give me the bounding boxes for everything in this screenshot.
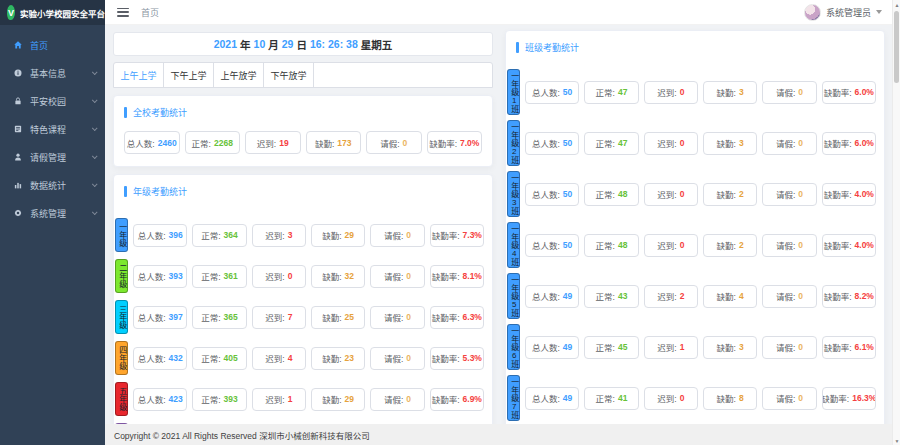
stat-label: 缺勤率:: [432, 270, 460, 282]
stat-label: 缺勤率:: [824, 86, 852, 98]
stat-label: 总人数:: [138, 311, 166, 323]
vertical-scrollbar[interactable]: ▲ ▼: [892, 0, 900, 445]
logo: V 实验小学校园安全平台: [0, 0, 105, 25]
stat-value: 0: [680, 189, 685, 199]
stat-value: 49: [563, 393, 572, 403]
stat-value: 50: [563, 138, 572, 148]
stat-value: 2: [739, 240, 744, 250]
stat-normal: 正常:45: [584, 336, 638, 359]
tab-morning-dismissal[interactable]: 上午放学: [214, 63, 264, 87]
stat-late: 迟到:0: [644, 132, 698, 155]
title-accent-bar: [124, 107, 127, 118]
sidebar-item-basic-info[interactable]: 基本信息: [0, 59, 105, 87]
stat-normal: 正常:405: [192, 347, 246, 370]
stat-label: 正常:: [596, 86, 615, 98]
stat-value: 48: [618, 240, 627, 250]
stat-rate: 缺勤率:4.0%: [822, 234, 876, 257]
sidebar-item-safe-campus[interactable]: 平安校园: [0, 87, 105, 115]
stat-value: 397: [169, 312, 183, 322]
stat-late: 迟到:0: [644, 387, 698, 410]
stat-value: 6.0%: [855, 87, 874, 97]
stat-late: 迟到:3: [252, 224, 306, 247]
grade-row: 一年级总人数:396正常:364迟到:3缺勤:29请假:0缺勤率:7.3%: [115, 218, 484, 252]
stat-absent: 缺勤:25: [311, 306, 365, 329]
stat-rate: 缺勤率:8.2%: [822, 285, 876, 308]
stat-value: 365: [224, 312, 238, 322]
stat-value: 0: [680, 393, 685, 403]
class-row-label: 一年级7班: [507, 375, 520, 421]
stat-label: 缺勤:: [322, 311, 341, 323]
user-dropdown[interactable]: 系统管理员: [804, 4, 882, 21]
stat-label: 总人数:: [138, 352, 166, 364]
stat-value: 49: [563, 291, 572, 301]
topbar: 首页 系统管理员: [105, 0, 892, 25]
stat-value: 4.0%: [855, 240, 874, 250]
stat-label: 请假:: [384, 229, 403, 241]
stat-normal: 正常:2268: [185, 131, 241, 154]
sidebar-item-featured-courses[interactable]: 特色课程: [0, 115, 105, 143]
stat-value: 2268: [214, 138, 233, 148]
stat-value: 41: [618, 393, 627, 403]
stat-label: 总人数:: [138, 229, 166, 241]
stat-label: 请假:: [380, 137, 399, 149]
sidebar-item-system-management[interactable]: 系统管理: [0, 199, 105, 227]
sidebar-item-label: 数据统计: [30, 179, 92, 192]
stat-absent: 缺勤:29: [311, 388, 365, 411]
stat-value: 0: [406, 353, 411, 363]
stat-label: 请假:: [776, 290, 795, 302]
stat-value: 7: [288, 312, 293, 322]
sidebar-item-data-statistics[interactable]: 数据统计: [0, 171, 105, 199]
tab-afternoon-dismissal[interactable]: 下午放学: [264, 63, 314, 87]
stat-value: 0: [403, 138, 408, 148]
title-accent-bar: [124, 186, 127, 197]
stat-label: 缺勤:: [322, 393, 341, 405]
class-row: 一年级7班总人数:49正常:41迟到:0缺勤:8请假:0缺勤率:16.3%: [507, 375, 876, 421]
stat-normal: 正常:48: [584, 183, 638, 206]
stat-value: 47: [618, 138, 627, 148]
stat-label: 缺勤率:: [429, 137, 457, 149]
stat-rate: 缺勤率:16.3%: [822, 387, 876, 410]
scroll-down-icon[interactable]: ▼: [893, 436, 900, 445]
stat-value: 48: [618, 189, 627, 199]
class-attendance-panel: 班级考勤统计 一年级1班总人数:50正常:47迟到:0缺勤:3请假:0缺勤率:6…: [505, 30, 885, 445]
sidebar-item-label: 请假管理: [30, 151, 92, 164]
menu-fold-icon[interactable]: [117, 8, 129, 17]
stat-label: 迟到:: [265, 352, 284, 364]
sidebar-item-home[interactable]: 首页: [0, 31, 105, 59]
breadcrumb[interactable]: 首页: [141, 6, 159, 19]
stat-label: 缺勤:: [322, 229, 341, 241]
stat-label: 总人数:: [127, 137, 155, 149]
footer: Copyright © 2021 All Rights Reserved 深圳市…: [105, 424, 892, 445]
scroll-up-icon[interactable]: ▲: [893, 0, 900, 9]
date-day: 29: [282, 38, 294, 50]
scrollbar-thumb[interactable]: [894, 11, 899, 83]
app-root: V 实验小学校园安全平台 首页 基本信息 平安校园 特色课程: [0, 0, 900, 445]
stat-value: 3: [739, 342, 744, 352]
stat-label: 迟到:: [265, 311, 284, 323]
stat-value: 0: [798, 189, 803, 199]
stat-label: 缺勤:: [717, 86, 736, 98]
stat-value: 50: [563, 87, 572, 97]
tab-afternoon-arrival[interactable]: 下午上学: [164, 63, 214, 87]
stat-normal: 正常:48: [584, 234, 638, 257]
stat-leave: 请假:0: [762, 285, 816, 308]
stat-late: 迟到:1: [252, 388, 306, 411]
stat-leave: 请假:0: [762, 336, 816, 359]
school-attendance-panel: 全校考勤统计 总人数:2460正常:2268迟到:19缺勤:173请假:0缺勤率…: [113, 95, 493, 167]
tab-morning-arrival[interactable]: 上午上学: [114, 63, 164, 87]
stat-rate: 缺勤率:6.0%: [822, 132, 876, 155]
grade-row: 三年级总人数:397正常:365迟到:7缺勤:25请假:0缺勤率:6.3%: [115, 300, 484, 334]
stat-label: 请假:: [384, 352, 403, 364]
class-row: 一年级1班总人数:50正常:47迟到:0缺勤:3请假:0缺勤率:6.0%: [507, 69, 876, 115]
grade-attendance-panel: 年级考勤统计 一年级总人数:396正常:364迟到:3缺勤:29请假:0缺勤率:…: [113, 174, 493, 445]
sidebar-item-leave-management[interactable]: 请假管理: [0, 143, 105, 171]
class-row: 一年级6班总人数:49正常:45迟到:1缺勤:3请假:0缺勤率:6.1%: [507, 324, 876, 370]
stat-value: 4.0%: [855, 189, 874, 199]
stat-value: 45: [618, 342, 627, 352]
stat-value: 6.9%: [463, 394, 482, 404]
chevron-down-icon: [92, 181, 98, 187]
class-row: 一年级4班总人数:50正常:48迟到:0缺勤:2请假:0缺勤率:4.0%: [507, 222, 876, 268]
stat-label: 迟到:: [265, 270, 284, 282]
stat-absent: 缺勤:2: [703, 183, 757, 206]
stat-label: 缺勤:: [717, 137, 736, 149]
